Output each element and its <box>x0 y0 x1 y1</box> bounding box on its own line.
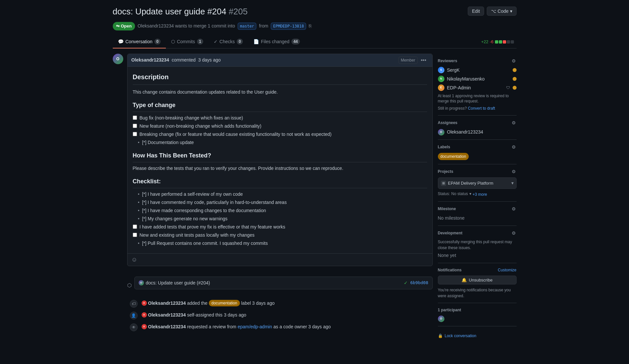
customize-link[interactable]: Customize <box>498 267 517 273</box>
tab-conversation[interactable]: 💬 Conversation 0 <box>113 36 166 48</box>
comment-body: Description This change contains documen… <box>128 67 432 253</box>
comment-box: Oleksandr123234 commented 3 days ago Mem… <box>127 54 433 266</box>
commit-line-wrapper: ⬡ O docs: Update user guide (#204) ✓ 6b9… <box>113 277 433 295</box>
convert-to-draft-link[interactable]: Convert to draft <box>468 106 495 111</box>
timeline-content-review: X Oleksandr123234 requested a review fro… <box>142 323 331 330</box>
tested-text: Please describe the tests that you ran t… <box>133 165 427 172</box>
reviewer-nikolay-avatar: N <box>438 76 444 82</box>
checklist-bullet-1: [*] I have performed a self-review of my… <box>133 191 427 198</box>
event-user[interactable]: Oleksandr123234 <box>148 300 186 307</box>
lock-icon: 🔒 <box>438 333 443 339</box>
reviewer-nikolay-name[interactable]: NikolayMarusenko <box>447 76 510 82</box>
participants-count: 1 participant <box>438 307 517 313</box>
checkbox-2[interactable] <box>133 124 137 128</box>
assignees-section: Assignees ⚙ O Oleksandr123234 <box>438 116 517 140</box>
chevron-down-icon[interactable]: ▾ <box>511 180 514 187</box>
assignee-name[interactable]: Oleksandr123234 <box>447 129 483 136</box>
review-avatar: X <box>142 324 147 329</box>
milestone-section: Milestone ⚙ No milestone <box>438 202 517 226</box>
pr-number: #205 <box>229 7 248 16</box>
labels-section: Labels ⚙ documentation <box>438 140 517 164</box>
source-branch[interactable]: EPMDEDP-13818 <box>271 23 306 30</box>
checkbox-item: New feature (non-breaking change which a… <box>133 123 427 130</box>
comment-author[interactable]: Oleksandr123234 <box>131 57 169 64</box>
project-icon: ⊞ <box>441 181 446 186</box>
right-sidebar: Reviewers ⚙ S SergK N NikolayMarusenko E… <box>438 54 517 343</box>
lock-conversation-link[interactable]: 🔒 Lock conversation <box>438 330 517 339</box>
projects-gear-button[interactable]: ⚙ <box>511 168 517 175</box>
main-layout: O Oleksandr123234 commented 3 days ago <box>113 54 517 343</box>
comment-action: commented <box>172 57 196 64</box>
left-column: O Oleksandr123234 commented 3 days ago <box>113 54 433 335</box>
milestone-gear-button[interactable]: ⚙ <box>511 206 517 212</box>
more-projects[interactable]: +3 more <box>473 191 487 197</box>
assign-user[interactable]: Oleksandr123234 <box>148 312 186 318</box>
development-gear-button[interactable]: ⚙ <box>511 230 517 236</box>
reviewer-nikolay-status <box>513 77 517 81</box>
development-value: None yet <box>438 253 456 258</box>
review-note: At least 1 approving review is required … <box>438 93 517 104</box>
checklist-bullet-2: [*] I have commented my code, particular… <box>133 199 427 206</box>
tab-checks[interactable]: ✓ Checks 0 <box>208 36 248 48</box>
assignees-gear-button[interactable]: ⚙ <box>511 119 517 126</box>
diff-bar-5 <box>511 40 514 44</box>
commit-avatar: O <box>139 280 144 285</box>
comment-header-left: Oleksandr123234 commented 3 days ago <box>131 57 221 64</box>
code-button[interactable]: ⌥ Code ▾ <box>487 7 516 16</box>
reviewer-sergk-avatar: S <box>438 67 444 73</box>
checklist-checkbox-5[interactable] <box>133 225 137 229</box>
status-badge: ⇋ Open <box>113 22 135 30</box>
labels-gear-button[interactable]: ⚙ <box>511 144 517 150</box>
copy-branch-icon[interactable]: ⎘ <box>309 23 311 29</box>
checklist-checkbox-6[interactable] <box>133 233 137 237</box>
commit-hash[interactable]: 6b9bd08 <box>410 280 428 286</box>
participants-list: O <box>438 316 517 322</box>
project-status-value[interactable]: No status <box>451 191 468 197</box>
documentation-label[interactable]: documentation <box>438 153 469 160</box>
reaction-button[interactable]: ☺ <box>131 256 137 263</box>
projects-section: Projects ⚙ ⊞ EPAM Delivery Platform ▾ St… <box>438 164 517 202</box>
timeline-content: X Oleksandr123234 added the documentatio… <box>142 300 275 307</box>
page-title: docs: Update user guide #204 #205 <box>113 5 462 18</box>
lock-section: 🔒 Lock conversation <box>438 326 517 343</box>
target-branch[interactable]: master <box>238 23 256 30</box>
reviewer-edpadmin-status <box>513 86 517 90</box>
label-timeline-icon: 🏷 <box>130 300 138 308</box>
edit-button[interactable]: Edit <box>468 7 484 16</box>
projects-header: Projects ⚙ <box>438 168 517 175</box>
reviewers-gear-button[interactable]: ⚙ <box>511 58 517 64</box>
timeline: 🏷 X Oleksandr123234 added the documentat… <box>113 300 433 331</box>
tab-files-changed[interactable]: 📄 Files changed 44 <box>248 36 305 48</box>
commit-icon: ⬡ <box>127 282 132 289</box>
reviewer-sergk-name[interactable]: SergK <box>447 67 510 74</box>
label-doc-badge: documentation <box>209 300 240 306</box>
reviewers-header: Reviewers ⚙ <box>438 58 517 64</box>
comment-header: Oleksandr123234 commented 3 days ago Mem… <box>128 54 432 67</box>
commit-check: ✓ <box>404 280 408 286</box>
diff-bar-3 <box>503 40 506 44</box>
diff-bar <box>495 40 514 44</box>
reviewer-edpadmin-name[interactable]: EDP-Admin <box>447 84 503 91</box>
assign-avatar: X <box>142 312 147 318</box>
member-badge: Member <box>399 57 418 64</box>
reviewers-section: Reviewers ⚙ S SergK N NikolayMarusenko E… <box>438 54 517 116</box>
reviewer-edpadmin: E EDP-Admin 🛡 <box>438 84 517 91</box>
development-header: Development ⚙ <box>438 230 517 236</box>
notifications-title: Notifications <box>438 267 462 273</box>
diff-bar-4 <box>507 40 510 44</box>
review-user[interactable]: Oleksandr123234 <box>148 323 186 330</box>
bullet-item: [*] Documentation update <box>133 139 427 146</box>
checkbox-item: Bug fix (non-breaking change which fixes… <box>133 115 427 121</box>
commit-text[interactable]: docs: Update user guide (#204) <box>146 280 210 286</box>
comment-more-button[interactable]: ••• <box>419 57 428 64</box>
status-chevron[interactable]: ▾ <box>469 191 471 197</box>
checkbox-1[interactable] <box>133 116 137 120</box>
conversation-icon: 💬 <box>118 38 124 45</box>
milestone-header: Milestone ⚙ <box>438 206 517 212</box>
tab-commits[interactable]: ⬡ Commits 1 <box>166 36 208 48</box>
checkbox-3[interactable] <box>133 132 137 136</box>
reviewer-sergk: S SergK <box>438 67 517 74</box>
development-section: Development ⚙ Successfully merging this … <box>438 226 517 263</box>
unsubscribe-button[interactable]: 🔔 Unsubscribe <box>438 276 517 284</box>
reviewer-link[interactable]: epam/edp-admin <box>238 323 272 330</box>
